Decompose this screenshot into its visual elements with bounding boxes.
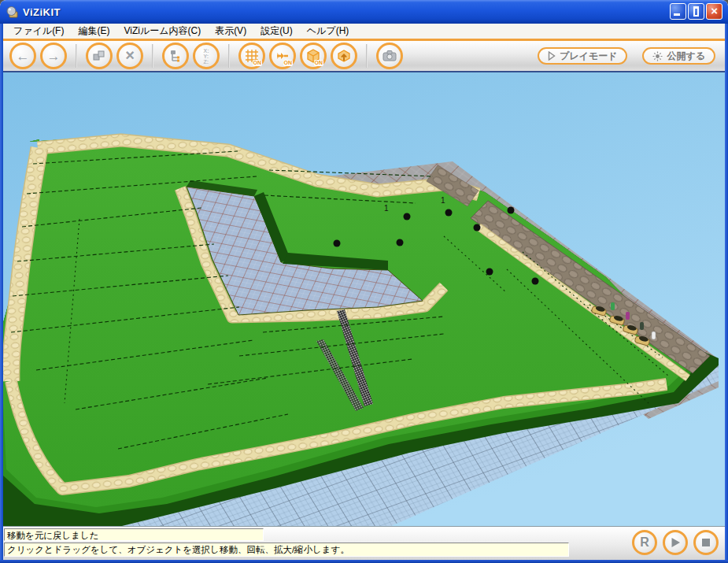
box-up-arrow-icon bbox=[335, 47, 353, 65]
menu-vizi-room[interactable]: ViZiルーム内容(C) bbox=[116, 24, 208, 39]
publish-button[interactable]: 公開する bbox=[642, 47, 715, 65]
record-r-icon: R bbox=[640, 535, 649, 550]
menu-settings[interactable]: 設定(U) bbox=[253, 24, 300, 39]
marker-1: 1 bbox=[384, 204, 389, 213]
figure-white[interactable] bbox=[652, 332, 656, 339]
play-mode-label: プレイモード bbox=[560, 50, 617, 63]
figure-purple[interactable] bbox=[626, 312, 630, 320]
transport-controls: R bbox=[632, 530, 719, 555]
app-icon bbox=[6, 6, 19, 19]
snap-toggle-button[interactable]: ON bbox=[269, 43, 296, 69]
status-message-field: 移動を元に戻しました bbox=[4, 528, 264, 541]
xyz-icon: X:Y:Z: bbox=[204, 48, 209, 65]
status-hint-field: クリックとドラッグをして、オブジェクトを選択し移動、回転、拡大/縮小します。 bbox=[4, 543, 569, 557]
delete-x-icon: × bbox=[125, 47, 135, 63]
cubes-icon bbox=[91, 48, 107, 64]
redo-button[interactable]: → bbox=[40, 43, 67, 69]
grid-on-badge: ON bbox=[253, 60, 263, 66]
window-border-left bbox=[0, 24, 3, 563]
window-title: ViZiKIT bbox=[23, 6, 61, 18]
grid-toggle-button[interactable]: ON bbox=[238, 43, 265, 69]
play-icon bbox=[671, 537, 681, 548]
hierarchy-button[interactable] bbox=[162, 43, 189, 69]
hierarchy-tree-icon bbox=[168, 48, 183, 64]
close-icon: × bbox=[711, 5, 718, 17]
copy-object-button[interactable] bbox=[86, 43, 113, 69]
undo-button[interactable]: ← bbox=[9, 43, 36, 69]
play-outline-icon bbox=[548, 51, 556, 61]
delete-object-button[interactable]: × bbox=[116, 43, 143, 69]
toolbar-separator bbox=[366, 44, 368, 68]
minimize-button[interactable] bbox=[670, 3, 686, 20]
minimize-icon bbox=[674, 13, 680, 16]
stop-icon bbox=[701, 538, 711, 547]
app-window: ViZiKIT × ファイル(F) 編集(E) ViZiルーム内容(C) 表示(… bbox=[0, 0, 728, 563]
coordinates-button[interactable]: X:Y:Z: bbox=[193, 43, 220, 69]
menu-view[interactable]: 表示(V) bbox=[208, 24, 253, 39]
menu-bar: ファイル(F) 編集(E) ViZiルーム内容(C) 表示(V) 設定(U) ヘ… bbox=[3, 24, 725, 39]
close-button[interactable]: × bbox=[706, 3, 722, 20]
title-bar[interactable]: ViZiKIT × bbox=[0, 0, 728, 24]
status-bar: 移動を元に戻しました クリックとドラッグをして、オブジェクトを選択し移動、回転、… bbox=[3, 526, 725, 560]
window-border-right bbox=[725, 24, 728, 563]
camera-icon bbox=[381, 47, 398, 65]
screenshot-button[interactable] bbox=[376, 43, 403, 69]
menu-help[interactable]: ヘルプ(H) bbox=[300, 24, 357, 39]
menu-file[interactable]: ファイル(F) bbox=[6, 24, 71, 39]
play-mode-button[interactable]: プレイモード bbox=[538, 47, 627, 65]
3d-viewport[interactable]: 1 1 bbox=[3, 72, 725, 526]
publish-label: 公開する bbox=[667, 50, 705, 63]
menu-edit[interactable]: 編集(E) bbox=[71, 24, 116, 39]
play-button[interactable] bbox=[663, 530, 688, 555]
sun-icon bbox=[652, 51, 663, 61]
arrow-right-icon: → bbox=[47, 50, 61, 63]
scene-canvas[interactable]: 1 1 bbox=[3, 72, 725, 526]
box-eject-button[interactable] bbox=[331, 43, 357, 69]
toolbar-separator bbox=[152, 44, 153, 68]
record-button[interactable]: R bbox=[632, 530, 657, 555]
snap-on-badge: ON bbox=[283, 60, 294, 66]
box-on-badge: ON bbox=[314, 60, 324, 66]
maximize-icon bbox=[693, 6, 699, 17]
figure-green[interactable] bbox=[611, 302, 615, 310]
toolbar-separator bbox=[228, 44, 230, 68]
box-toggle-button[interactable]: ON bbox=[300, 43, 327, 69]
stop-button[interactable] bbox=[693, 530, 719, 555]
arrow-left-icon: ← bbox=[17, 50, 30, 63]
figure-dark[interactable] bbox=[640, 322, 644, 330]
toolbar: ← → × X:Y:Z: bbox=[3, 41, 725, 72]
window-border-bottom bbox=[0, 560, 728, 563]
toolbar-separator bbox=[76, 44, 77, 68]
maximize-button[interactable] bbox=[688, 3, 704, 20]
marker-2: 1 bbox=[441, 196, 445, 205]
